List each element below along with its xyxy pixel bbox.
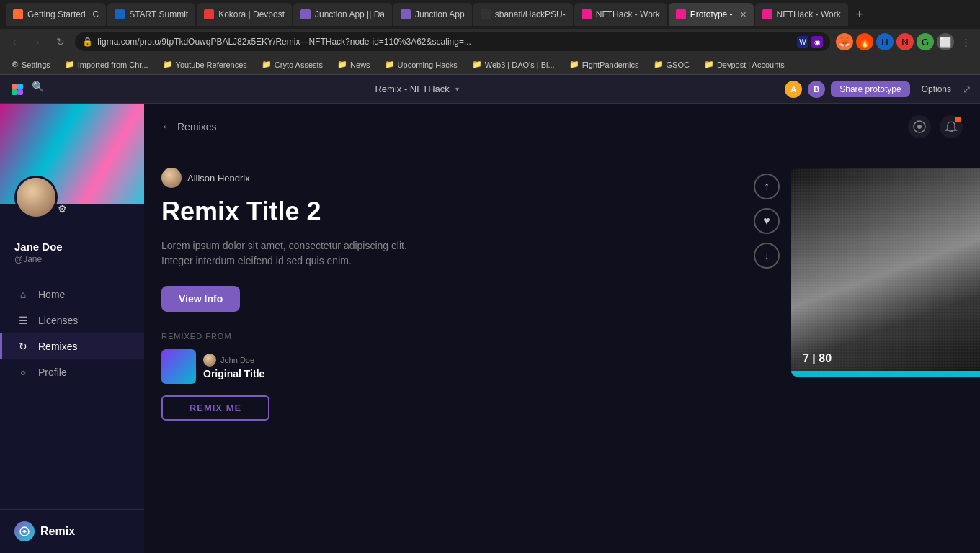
- bookmark-crypto[interactable]: 📁 Cryto Assests: [256, 58, 329, 71]
- sidebar-nav-label: Licenses: [38, 315, 78, 326]
- web3-icon: W: [797, 36, 808, 48]
- content-header: ← Remixes: [144, 104, 980, 150]
- tab-github[interactable]: sbanati/HackPSU-: [473, 3, 573, 26]
- menu-button[interactable]: ⋮: [957, 33, 974, 50]
- notification-badge: [956, 117, 961, 122]
- remix-me-button[interactable]: REMIX ME: [161, 395, 270, 421]
- bookmark-label: Imported from Chr...: [78, 60, 148, 69]
- folder-icon-8: 📁: [654, 60, 664, 69]
- bookmark-settings[interactable]: ⚙ Settings: [6, 58, 56, 71]
- url-text: figma.com/proto/9tpTkdOuwqPBALJ82x5EKY/R…: [97, 37, 793, 47]
- tab-favicon: [582, 9, 592, 19]
- tab-kokora[interactable]: Kokora | Devpost: [197, 3, 292, 26]
- figma-toolbar: 🔍 Remix - NFTHack ▾ A B Share prototype …: [0, 75, 980, 104]
- view-info-button[interactable]: View Info: [161, 286, 240, 312]
- folder-icon-3: 📁: [262, 60, 272, 69]
- tab-favicon: [762, 9, 772, 19]
- vote-heart-button[interactable]: ♥: [754, 208, 780, 234]
- sidebar-item-home[interactable]: ⌂ Home: [0, 282, 144, 307]
- folder-icon-9: 📁: [704, 60, 714, 69]
- bookmark-news[interactable]: 📁 News: [331, 58, 376, 71]
- avatar-1: A: [785, 81, 802, 98]
- original-track: John Doe Original Title: [161, 349, 736, 384]
- vote-down-button[interactable]: ↓: [754, 243, 780, 269]
- tab-nfthack2[interactable]: NFTHack - Work: [755, 3, 848, 26]
- track-thumbnail: [161, 349, 196, 384]
- folder-icon: 📁: [65, 60, 75, 69]
- sidebar-item-remixes[interactable]: ↻ Remixes: [0, 333, 144, 359]
- ext-icon-5[interactable]: G: [917, 33, 934, 50]
- tab-prototype[interactable]: Prototype - ✕: [669, 3, 754, 26]
- sidebar-item-profile[interactable]: ○ Profile: [0, 359, 144, 385]
- expand-button[interactable]: ⤢: [963, 84, 971, 95]
- bookmark-imported[interactable]: 📁 Imported from Chr...: [59, 58, 154, 71]
- tab-favicon: [401, 9, 411, 19]
- tab-label: NFTHack - Work: [596, 9, 660, 19]
- artwork-counter: 7 | 80: [803, 352, 832, 365]
- bookmark-fight[interactable]: 📁 FightPandemics: [564, 58, 645, 71]
- share-prototype-button[interactable]: Share prototype: [831, 81, 909, 97]
- bookmarks-bar: ⚙ Settings 📁 Imported from Chr... 📁 Yout…: [0, 55, 980, 75]
- track-author-name: John Doe: [220, 356, 254, 364]
- tab-close-icon[interactable]: ✕: [740, 10, 747, 19]
- tab-label: Junction App || Da: [315, 9, 385, 19]
- svg-rect-2: [12, 89, 17, 95]
- tab-junction-app[interactable]: Junction App: [393, 3, 472, 26]
- bookmark-upcoming[interactable]: 📁 Upcoming Hacks: [379, 58, 463, 71]
- remix-description: Lorem ipsum dolor sit amet, consectetur …: [161, 238, 435, 269]
- ext-icon-6[interactable]: ⬜: [937, 33, 954, 50]
- vote-up-button[interactable]: ↑: [754, 174, 780, 199]
- tab-favicon: [204, 9, 214, 19]
- tab-junction-da[interactable]: Junction App || Da: [293, 3, 392, 26]
- settings-icon[interactable]: ⚙: [58, 203, 67, 215]
- logo-text: Remix: [40, 525, 75, 538]
- tab-label: Getting Started | C: [27, 9, 99, 19]
- tab-favicon: [115, 9, 125, 19]
- avatar-image: [17, 178, 55, 217]
- artwork-image: 7 | 80: [791, 168, 980, 377]
- bookmark-youtube[interactable]: 📁 Youtube References: [157, 58, 253, 71]
- remix-details: Allison Hendrix Remix Title 2 Lorem ipsu…: [161, 168, 736, 536]
- user-handle: @Jane: [14, 254, 130, 264]
- sidebar-item-licenses[interactable]: ☰ Licenses: [0, 307, 144, 333]
- figma-dropdown-icon[interactable]: ▾: [455, 85, 459, 93]
- bookmark-label: Settings: [22, 60, 50, 69]
- ext-icon-3[interactable]: H: [876, 33, 894, 50]
- notification-button[interactable]: [940, 115, 963, 138]
- ext-icon-4[interactable]: N: [896, 33, 914, 50]
- folder-icon-2: 📁: [163, 60, 173, 69]
- tab-label: START Summit: [129, 9, 188, 19]
- sidebar-nav-label: Home: [38, 289, 65, 300]
- url-bar[interactable]: 🔒 figma.com/proto/9tpTkdOuwqPBALJ82x5EKY…: [75, 32, 830, 51]
- tab-favicon: [481, 9, 491, 19]
- new-tab-button[interactable]: +: [850, 4, 870, 24]
- tab-favicon: [676, 9, 686, 19]
- bookmark-devpost[interactable]: 📁 Devpost | Accounts: [698, 58, 790, 71]
- refresh-button[interactable]: ↻: [52, 33, 69, 50]
- options-button[interactable]: Options: [916, 81, 957, 97]
- tab-label: Kokora | Devpost: [218, 9, 285, 19]
- bookmark-gsoc[interactable]: 📁 GSOC: [648, 58, 695, 71]
- profile-icon: ○: [17, 367, 30, 378]
- bookmark-web3[interactable]: 📁 Web3 | DAO's | Bl...: [466, 58, 561, 71]
- bookmark-label: Upcoming Hacks: [398, 60, 458, 69]
- ext-icon-1[interactable]: 🦊: [836, 33, 853, 50]
- sidebar-nav-label: Remixes: [38, 341, 77, 352]
- tab-label: sbanati/HackPSU-: [495, 9, 566, 19]
- tab-nfthack1[interactable]: NFTHack - Work: [574, 3, 667, 26]
- chat-button[interactable]: [908, 115, 931, 138]
- remix-content: Allison Hendrix Remix Title 2 Lorem ipsu…: [144, 150, 980, 553]
- licenses-icon: ☰: [17, 315, 30, 326]
- avatar-2: B: [808, 81, 825, 98]
- figma-search-icon[interactable]: 🔍: [32, 81, 49, 98]
- folder-icon-6: 📁: [472, 60, 482, 69]
- tab-bar: Getting Started | C START Summit Kokora …: [0, 0, 980, 29]
- ext-icon-2[interactable]: 🔥: [856, 33, 873, 50]
- tab-getting-started[interactable]: Getting Started | C: [6, 3, 106, 26]
- back-button[interactable]: ‹: [6, 33, 23, 50]
- settings-bk-icon: ⚙: [12, 60, 19, 69]
- tab-start-summit[interactable]: START Summit: [107, 3, 195, 26]
- back-button[interactable]: ← Remixes: [161, 120, 216, 133]
- forward-button[interactable]: ›: [29, 33, 46, 50]
- track-author-avatar: [203, 354, 216, 367]
